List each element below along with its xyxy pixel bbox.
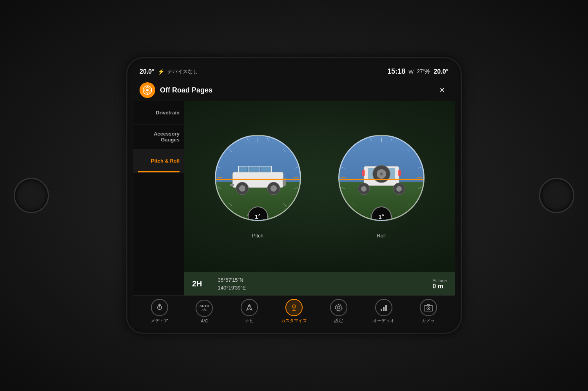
customize-label: カスタマイズ — [281, 318, 307, 324]
ac-icon: AUTO A/C — [196, 300, 213, 317]
screen: 20.0° ⚡ デバイスなし 15:18 W 27°外 20.0° — [133, 64, 455, 327]
svg-rect-14 — [249, 167, 259, 172]
sidebar-item-accessory-gauges[interactable]: Accessory Gauges — [133, 125, 184, 149]
header-title: Off Road Pages — [160, 86, 431, 94]
screen-wrapper: 20.0° ⚡ デバイスなし 15:18 W 27°外 20.0° — [127, 58, 461, 333]
svg-point-46 — [396, 186, 402, 192]
status-outside-temp: 27°外 — [417, 68, 430, 75]
svg-point-42 — [380, 172, 383, 176]
gauges-area: 1° Pitch — [184, 101, 455, 295]
usb-icon: ⚡ — [158, 69, 164, 75]
ac-label: A/C — [201, 319, 208, 323]
svg-rect-15 — [261, 167, 271, 172]
offroad-icon — [140, 82, 155, 98]
svg-rect-77 — [383, 307, 385, 311]
media-icon — [151, 299, 168, 316]
svg-text:W: W — [248, 305, 250, 308]
vent-right — [533, 137, 580, 254]
sidebar-item-pitch-roll[interactable]: Pitch & Roll — [133, 149, 184, 173]
pitch-gauge-container: 1° Pitch — [215, 135, 301, 239]
header: Off Road Pages × — [133, 79, 455, 101]
svg-point-71 — [292, 305, 296, 308]
navi-icon: W — [241, 299, 258, 316]
audio-label: オーディオ — [373, 318, 394, 324]
pitch-label: Pitch — [252, 233, 263, 239]
close-button[interactable]: × — [436, 84, 448, 96]
status-temp-left: 20.0° — [140, 68, 154, 75]
drive-mode: 2H — [192, 279, 202, 288]
settings-label: 設定 — [334, 318, 343, 324]
vent-circle-left — [14, 178, 49, 213]
nav-item-ac[interactable]: AUTO A/C A/C — [182, 297, 227, 326]
roll-gauge-container: 1° Roll — [338, 135, 425, 239]
vent-left — [8, 137, 55, 254]
pitch-gauge-circle: 1° — [215, 135, 301, 221]
roll-label: Roll — [377, 233, 385, 239]
pitch-horizon-line — [216, 179, 300, 180]
svg-rect-78 — [385, 305, 387, 311]
status-time: 15:18 — [387, 67, 405, 76]
svg-point-17 — [239, 185, 245, 192]
bottom-nav: メディア AUTO A/C A/C — [133, 295, 455, 327]
altitude-display: Altitude 0 m — [432, 278, 447, 290]
svg-point-2 — [146, 89, 149, 91]
svg-rect-47 — [362, 170, 365, 176]
gauges-row: 1° Pitch — [184, 101, 455, 272]
outer-bezel: 20.0° ⚡ デバイスなし 15:18 W 27°外 20.0° — [0, 0, 588, 391]
svg-line-74 — [293, 306, 294, 306]
svg-point-19 — [270, 185, 277, 192]
camera-label: カメラ — [422, 318, 435, 324]
nav-item-camera[interactable]: カメラ — [406, 296, 451, 327]
audio-icon — [375, 299, 392, 316]
navi-label: ナビ — [245, 318, 254, 324]
screen-bezel: 20.0° ⚡ デバイスなし 15:18 W 27°外 20.0° — [127, 58, 461, 333]
sidebar-item-drivetrain[interactable]: Drivetrain — [133, 101, 184, 125]
coordinates: 35°57′15″N 140°19′39″E — [218, 276, 246, 291]
vent-circle-right — [539, 178, 574, 213]
sidebar: Drivetrain Accessory Gauges Pitch & Roll — [133, 101, 184, 295]
media-label: メディア — [151, 318, 168, 324]
nav-item-audio[interactable]: オーディオ — [361, 296, 406, 327]
nav-item-media[interactable]: メディア — [137, 296, 182, 327]
camera-nav-icon — [420, 299, 437, 316]
nav-item-navi[interactable]: W ナビ — [227, 296, 272, 327]
settings-icon — [330, 299, 347, 316]
svg-rect-76 — [381, 309, 382, 311]
svg-point-44 — [361, 186, 367, 192]
roll-horizon-line — [339, 179, 423, 180]
nav-item-settings[interactable]: 設定 — [316, 296, 361, 327]
status-device-label: デバイスなし — [167, 68, 384, 75]
status-bar: 20.0° ⚡ デバイスなし 15:18 W 27°外 20.0° — [133, 64, 455, 79]
svg-rect-21 — [230, 184, 234, 186]
altitude-label: Altitude — [432, 278, 447, 283]
altitude-value: 0 m — [432, 283, 447, 290]
roll-gauge-circle: 1° — [338, 135, 425, 221]
svg-point-81 — [428, 308, 429, 309]
status-direction: W — [408, 69, 414, 75]
svg-point-75 — [338, 306, 340, 309]
status-temp-right: 20.0° — [434, 68, 448, 75]
main-content: Drivetrain Accessory Gauges Pitch & Roll — [133, 101, 455, 295]
svg-rect-48 — [398, 170, 401, 176]
nav-item-customize[interactable]: カスタマイズ — [272, 296, 316, 327]
svg-rect-13 — [239, 167, 247, 172]
customize-icon — [285, 299, 303, 316]
info-bar: 2H 35°57′15″N 140°19′39″E Altitude 0 m — [184, 272, 455, 295]
